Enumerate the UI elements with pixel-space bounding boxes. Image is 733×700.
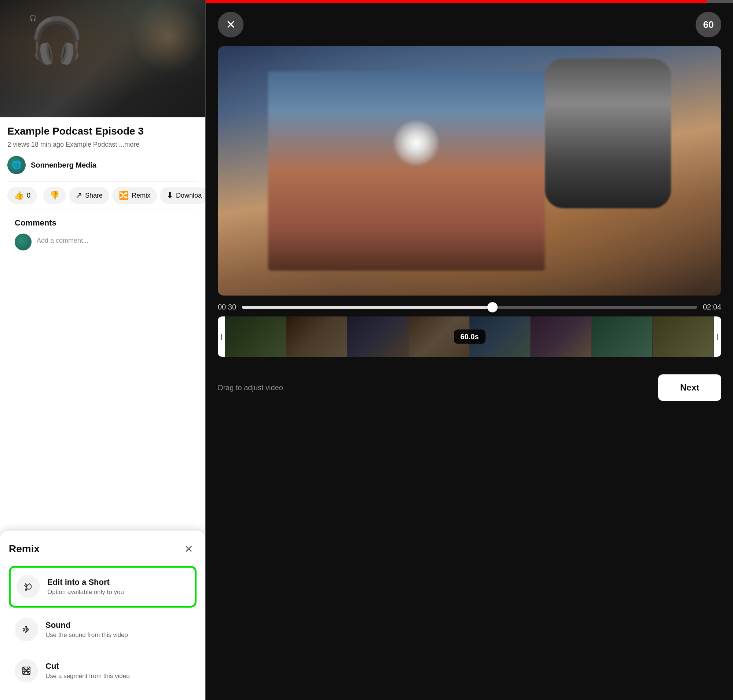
sound-title: Sound <box>46 621 128 630</box>
filmstrip-frames: 60.0s <box>225 316 714 357</box>
svg-point-0 <box>25 588 27 591</box>
comments-label: Comments <box>15 218 191 228</box>
cut-icon <box>15 659 38 682</box>
video-info: Example Podcast Episode 3 2 views 18 min… <box>0 117 205 250</box>
remix-item-edit-into-short[interactable]: Edit into a Short Option available only … <box>9 566 197 607</box>
comments-section: Comments Add a comment... <box>7 218 198 250</box>
time-end: 02:04 <box>703 303 721 311</box>
dislike-button[interactable]: 👎 <box>43 187 66 204</box>
video-thumbnail: 🎧 <box>0 0 205 117</box>
download-icon: ⬇ <box>166 191 173 200</box>
remix-label: Remix <box>132 192 150 200</box>
edit-into-short-desc: Option available only to you <box>47 588 124 596</box>
share-button[interactable]: ↗ Share <box>69 187 109 204</box>
share-icon: ↗ <box>75 191 82 200</box>
share-label: Share <box>85 192 103 200</box>
remix-modal: Remix ✕ Edit into a Short Option availab… <box>0 531 205 700</box>
timeline-section: 00:30 02:04 | 60.0s | <box>206 296 733 364</box>
sound-desc: Use the sound from this video <box>46 631 128 639</box>
scene-person <box>268 71 545 271</box>
remix-item-cut[interactable]: Cut Use a segment from this video <box>9 651 197 690</box>
bottom-controls: Drag to adjust video Next <box>206 364 733 415</box>
comment-input-placeholder[interactable]: Add a comment... <box>37 237 191 247</box>
like-count: 0 <box>27 192 31 200</box>
time-start: 00:30 <box>218 303 236 311</box>
remix-item-edit-text: Edit into a Short Option available only … <box>47 578 124 596</box>
remix-item-cut-text: Cut Use a segment from this video <box>46 662 130 680</box>
comment-input-row: Add a comment... <box>15 234 191 250</box>
next-button[interactable]: Next <box>658 374 721 401</box>
filmstrip-frame-7 <box>592 316 653 357</box>
remix-close-icon: ✕ <box>184 543 193 555</box>
drag-hint: Drag to adjust video <box>218 384 283 392</box>
download-label: Downloa <box>176 192 202 200</box>
cut-desc: Use a segment from this video <box>46 672 130 680</box>
thumbs-up-icon: 👍 <box>14 191 24 200</box>
svg-point-2 <box>26 629 27 630</box>
left-panel: 🎧 Example Podcast Episode 3 2 views 18 m… <box>0 0 205 700</box>
like-button[interactable]: 👍 0 <box>7 187 37 204</box>
close-editor-button[interactable]: ✕ <box>218 12 243 37</box>
remix-icon: 🔀 <box>119 191 129 200</box>
duration-badge: 60 <box>696 12 721 37</box>
progress-bar-container <box>206 0 733 3</box>
filmstrip-frame-1 <box>225 316 286 357</box>
video-preview <box>218 46 721 296</box>
scene-light <box>394 121 438 165</box>
channel-avatar: 🌐 <box>7 156 26 174</box>
filmstrip-frame-8 <box>653 316 714 357</box>
filmstrip-handle-right[interactable]: | <box>714 316 721 357</box>
filmstrip-duration-label: 60.0s <box>453 329 485 344</box>
scene-microphone <box>545 59 671 208</box>
headphones-icon: 🎧 <box>29 15 103 88</box>
close-editor-icon: ✕ <box>226 18 236 32</box>
remix-close-button[interactable]: ✕ <box>180 541 197 557</box>
progress-bar-fill <box>206 0 707 3</box>
edit-into-short-icon <box>16 575 40 599</box>
channel-row: 🌐 Sonnenberg Media <box>7 156 198 174</box>
time-row: 00:30 02:04 <box>218 303 721 311</box>
video-meta: 2 views 18 min ago Example Podcast ...mo… <box>7 141 198 149</box>
scrubber-thumb[interactable] <box>487 302 497 312</box>
right-panel: ✕ 60 00:30 02:04 | <box>206 0 733 700</box>
filmstrip-frame-2 <box>286 316 347 357</box>
scrubber-fill <box>242 306 492 309</box>
filmstrip-handle-left[interactable]: | <box>218 316 225 357</box>
remix-modal-title: Remix <box>9 543 40 555</box>
filmstrip-frame-3 <box>347 316 408 357</box>
remix-header: Remix ✕ <box>9 541 197 557</box>
remix-item-sound[interactable]: Sound Use the sound from this video <box>9 610 197 649</box>
person-silhouette <box>132 0 205 74</box>
thumbs-down-icon: 👎 <box>50 191 59 200</box>
sound-icon <box>15 618 38 641</box>
video-title: Example Podcast Episode 3 <box>7 125 198 138</box>
cut-title: Cut <box>46 662 130 671</box>
edit-into-short-title: Edit into a Short <box>47 578 124 587</box>
action-row: 👍 0 👎 ↗ Share 🔀 Remix ⬇ Downloa <box>7 181 198 209</box>
remix-button[interactable]: 🔀 Remix <box>112 187 157 204</box>
user-comment-avatar <box>15 234 31 250</box>
filmstrip-frame-6 <box>531 316 592 357</box>
channel-name: Sonnenberg Media <box>31 161 96 169</box>
download-button[interactable]: ⬇ Downloa <box>160 187 205 204</box>
remix-item-sound-text: Sound Use the sound from this video <box>46 621 128 639</box>
top-controls: ✕ 60 <box>206 3 733 46</box>
filmstrip[interactable]: | 60.0s | <box>218 316 721 357</box>
scrubber-track[interactable] <box>242 306 697 309</box>
